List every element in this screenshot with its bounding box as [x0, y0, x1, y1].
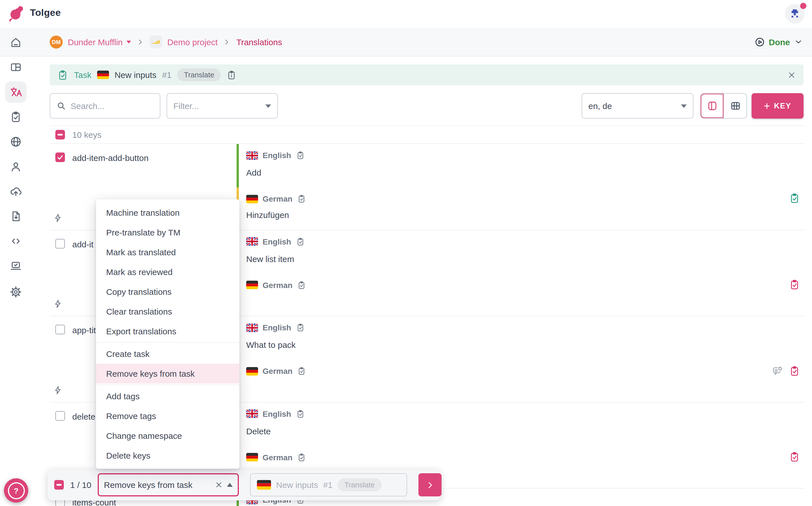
language-cell-english[interactable]: English: [246, 323, 305, 332]
sidebar-item-home[interactable]: [4, 30, 28, 54]
help-button[interactable]: ?: [4, 478, 28, 503]
menu-item[interactable]: Change namespace: [96, 426, 240, 445]
select-all-checkbox[interactable]: [55, 130, 65, 140]
sidebar-item-code[interactable]: [4, 229, 28, 253]
table-header: 10 keys: [50, 125, 805, 144]
language-cell-german[interactable]: German: [246, 453, 306, 462]
translation-value-german[interactable]: Hinzufügen: [246, 210, 289, 220]
target-task-chip[interactable]: New inputs #1 Translate: [250, 473, 407, 496]
translate-icon: [10, 86, 22, 98]
comment-check-icon[interactable]: [772, 365, 784, 377]
extension-badge[interactable]: [785, 4, 805, 24]
language-label: English: [263, 323, 291, 332]
languages-select[interactable]: en, de: [581, 93, 694, 118]
home-icon: [10, 36, 22, 49]
bulk-action-select[interactable]: Remove keys from task: [98, 473, 239, 496]
language-label: English: [263, 151, 291, 160]
sidebar-item-gear[interactable]: [4, 280, 28, 304]
sidebar-item-filedown[interactable]: [4, 204, 28, 228]
english-flag-icon: [246, 237, 258, 246]
project-icon: [150, 35, 162, 48]
task-status-clipboard-icon[interactable]: [789, 451, 800, 462]
close-banner-button[interactable]: [787, 70, 796, 79]
task-status-clipboard-icon[interactable]: [789, 279, 800, 290]
search-input[interactable]: Search...: [50, 93, 160, 118]
language-cell-german[interactable]: German: [246, 280, 306, 289]
table-view-button[interactable]: [723, 94, 746, 118]
menu-item[interactable]: Add tags: [96, 386, 240, 406]
add-key-button[interactable]: + KEY: [751, 93, 804, 118]
language-cell-english[interactable]: English: [246, 409, 305, 418]
row-checkbox[interactable]: [55, 239, 65, 248]
key-name[interactable]: add-it: [72, 239, 93, 249]
menu-item[interactable]: Create task: [96, 344, 240, 364]
translation-state-icon: [297, 194, 306, 203]
task-status-clipboard-icon[interactable]: [789, 192, 800, 204]
selection-checkbox[interactable]: [54, 480, 64, 490]
sidebar-item-board[interactable]: [4, 55, 28, 79]
machine-translate-bolt-icon[interactable]: [54, 299, 62, 308]
language-cell-english[interactable]: English: [246, 151, 305, 160]
org-avatar[interactable]: DM: [50, 35, 63, 48]
menu-item[interactable]: Mark as translated: [96, 242, 240, 262]
sidebar-item-cloudup[interactable]: [4, 180, 28, 203]
translation-value-english[interactable]: Delete: [246, 426, 271, 436]
translation-value-english[interactable]: Add: [246, 168, 261, 177]
translation-state-icon: [296, 151, 305, 160]
menu-item[interactable]: Remove tags: [96, 406, 240, 426]
language-label: English: [263, 237, 291, 246]
translation-value-english[interactable]: New list item: [246, 254, 294, 263]
menu-item[interactable]: Mark as reviewed: [96, 262, 240, 282]
menu-item[interactable]: Pre-translate by TM: [96, 223, 240, 242]
filter-select[interactable]: Filter...: [167, 93, 278, 118]
german-flag-icon: [246, 453, 258, 461]
search-placeholder: Search...: [71, 101, 104, 111]
state-bar-english: [237, 144, 239, 187]
dropdown-caret-icon: [265, 104, 271, 107]
key-name[interactable]: app-tit: [72, 325, 96, 335]
menu-item[interactable]: Clear translations: [96, 302, 240, 321]
list-view-button[interactable]: [701, 94, 723, 118]
menu-item[interactable]: Machine translation: [96, 203, 240, 223]
breadcrumb-project[interactable]: Demo project: [167, 37, 218, 47]
translation-value-english[interactable]: What to pack: [246, 340, 296, 350]
menu-item[interactable]: Copy translations: [96, 282, 240, 302]
menu-item[interactable]: Delete keys: [96, 445, 240, 465]
sidebar-item-globe[interactable]: [4, 130, 28, 154]
tolgee-mouse-icon: [8, 5, 25, 21]
sidebar-item-clipcheck[interactable]: [4, 105, 28, 129]
key-name[interactable]: add-item-add-button: [72, 153, 149, 163]
german-flag-icon: [246, 194, 258, 203]
task-name[interactable]: New inputs: [115, 70, 157, 80]
language-cell-english[interactable]: English: [246, 237, 305, 246]
cloudup-icon: [10, 185, 22, 198]
person-icon: [10, 160, 22, 173]
sidebar-item-laptop[interactable]: [4, 254, 28, 278]
row-checkbox[interactable]: [55, 325, 65, 334]
machine-translate-bolt-icon[interactable]: [54, 386, 62, 394]
language-cell-german[interactable]: German: [246, 194, 306, 203]
language-cell-german[interactable]: German: [246, 366, 306, 375]
task-detail-icon[interactable]: [227, 70, 237, 80]
task-banner: Task New inputs #1 Translate: [50, 64, 804, 85]
play-circle-icon: [754, 36, 765, 47]
sidebar-item-person[interactable]: [4, 155, 28, 178]
app-logo[interactable]: Tolgee: [8, 5, 61, 21]
topbar: Tolgee: [0, 0, 812, 28]
key-name[interactable]: delete: [72, 411, 95, 421]
clear-action-icon[interactable]: [214, 481, 223, 489]
menu-item[interactable]: Export translations: [96, 321, 240, 341]
caret-up-icon: [227, 483, 233, 487]
task-status-clipboard-icon[interactable]: [789, 365, 800, 376]
machine-translate-bolt-icon[interactable]: [54, 213, 62, 222]
row-checkbox[interactable]: [55, 411, 65, 420]
breadcrumb-organization[interactable]: Dunder Mufflin: [68, 37, 123, 47]
row-checkbox[interactable]: [55, 153, 65, 162]
sidebar-item-translate[interactable]: [4, 80, 28, 104]
notification-dot: [800, 3, 806, 9]
menu-item[interactable]: Remove keys from task: [96, 364, 240, 384]
apply-action-button[interactable]: [419, 473, 442, 496]
row-task-icons: [789, 279, 800, 290]
task-state-dropdown[interactable]: Done: [754, 28, 803, 56]
breadcrumb-page[interactable]: Translations: [236, 37, 282, 47]
